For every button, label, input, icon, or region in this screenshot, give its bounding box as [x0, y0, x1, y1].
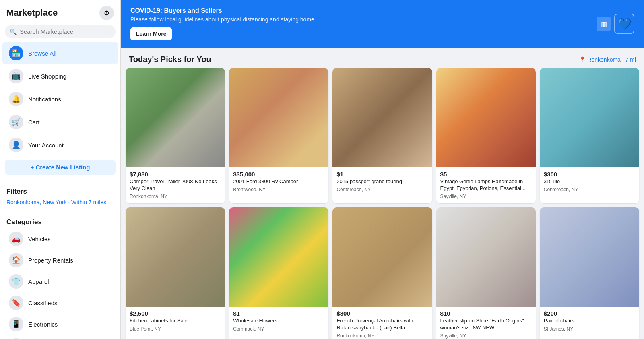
- product-name-p3: 2015 passport grand touring: [336, 178, 428, 185]
- category-item-electronics[interactable]: 📱 Electronics: [2, 314, 118, 335]
- product-card-p5[interactable]: $300 3D Tile Centereach, NY: [540, 68, 639, 203]
- product-name-p8: French Provençal Armchairs with Ratan sw…: [336, 318, 428, 331]
- product-price-p8: $800: [336, 310, 428, 317]
- product-price-p6: $2,500: [130, 310, 221, 317]
- product-price-p9: $10: [440, 310, 532, 317]
- picks-header: Today's Picks for You 📍 Ronkonkoma · 7 m…: [121, 48, 644, 68]
- product-price-p10: $200: [544, 310, 635, 317]
- product-image-p2: [229, 68, 328, 167]
- product-location-p1: Ronkonkoma, NY: [130, 194, 221, 199]
- product-location-p10: St James, NY: [544, 326, 635, 332]
- product-location-p2: Brentwood, NY: [233, 187, 324, 192]
- product-location-p4: Sayville, NY: [440, 194, 532, 199]
- create-listing-button[interactable]: + Create New Listing: [5, 160, 116, 175]
- cat-icon-apparel: 👕: [9, 274, 23, 289]
- cat-label-apparel: Apparel: [28, 278, 49, 285]
- product-info-p6: $2,500 Kitchen cabinets for Sale Blue Po…: [126, 307, 225, 336]
- covid-description: Please follow local guidelines about phy…: [130, 16, 316, 23]
- search-input[interactable]: [20, 28, 111, 35]
- cat-icon-vehicles: 🚗: [9, 232, 23, 246]
- product-image-p9: [436, 207, 536, 307]
- product-image-p6: [126, 207, 225, 307]
- product-location-p5: Centereach, NY: [544, 187, 635, 192]
- sidebar-item-notifications[interactable]: 🔔 Notifications: [2, 88, 118, 110]
- sidebar-title: Marketplace: [6, 8, 58, 18]
- category-item-classifieds[interactable]: 🔖 Classifieds: [2, 292, 118, 313]
- categories-list: 🚗 Vehicles 🏠 Property Rentals 👕 Apparel …: [0, 228, 120, 339]
- product-image-p5: [540, 68, 639, 167]
- category-item-entertainment[interactable]: 👥 Entertainment: [2, 335, 118, 339]
- product-name-p4: Vintage Genie Lamps Handmade in Egypt. E…: [440, 178, 532, 192]
- covid-title: COVID-19: Buyers and Sellers: [130, 7, 316, 14]
- product-name-p10: Pair of chairs: [544, 318, 635, 325]
- sidebar-header: Marketplace ⚙: [0, 0, 120, 23]
- nav-label-your-account: Your Account: [28, 142, 64, 149]
- product-info-p5: $300 3D Tile Centereach, NY: [540, 167, 639, 196]
- cat-label-classifieds: Classifieds: [28, 300, 58, 306]
- category-item-property-rentals[interactable]: 🏠 Property Rentals: [2, 250, 118, 271]
- product-location-p8: Ronkonkoma, NY: [336, 333, 428, 339]
- product-info-p9: $10 Leather slip on Shoe "Earth Origins"…: [436, 307, 536, 339]
- product-card-p9[interactable]: $10 Leather slip on Shoe "Earth Origins"…: [436, 207, 536, 339]
- cat-label-electronics: Electronics: [28, 321, 58, 328]
- category-item-apparel[interactable]: 👕 Apparel: [2, 271, 118, 292]
- product-card-p6[interactable]: $2,500 Kitchen cabinets for Sale Blue Po…: [126, 207, 225, 339]
- cat-label-property-rentals: Property Rentals: [28, 257, 73, 264]
- covid-text: COVID-19: Buyers and Sellers Please foll…: [130, 7, 316, 40]
- cat-icon-property-rentals: 🏠: [9, 253, 23, 267]
- product-card-p1[interactable]: $7,880 Camper Travel Trailer 2008-No Lea…: [126, 68, 225, 203]
- product-card-p3[interactable]: $1 2015 passport grand touring Centereac…: [332, 68, 432, 203]
- cat-icon-electronics: 📱: [9, 317, 23, 331]
- product-grid: $7,880 Camper Travel Trailer 2008-No Lea…: [121, 68, 644, 339]
- gear-icon: ⚙: [104, 9, 109, 17]
- product-location-p9: Sayville, NY: [440, 333, 532, 339]
- sidebar-item-your-account[interactable]: 👤 Your Account: [2, 134, 118, 156]
- picks-title: Today's Picks for You: [129, 55, 211, 64]
- product-image-p7: [229, 207, 328, 307]
- product-name-p5: 3D Tile: [544, 178, 635, 185]
- location-pin-icon: 📍: [579, 56, 586, 63]
- product-price-p5: $300: [544, 171, 635, 178]
- cat-icon-classifieds: 🔖: [9, 296, 23, 310]
- location-label: 📍 Ronkonkoma · 7 mi: [579, 56, 636, 63]
- category-item-vehicles[interactable]: 🚗 Vehicles: [2, 228, 118, 249]
- product-info-p4: $5 Vintage Genie Lamps Handmade in Egypt…: [436, 167, 536, 203]
- product-card-p2[interactable]: $35,000 2001 Ford 3800 Rv Camper Brentwo…: [229, 68, 328, 203]
- nav-icon-your-account: 👤: [9, 138, 23, 152]
- product-card-p7[interactable]: $1 Wholesale Flowers Commack, NY: [229, 207, 328, 339]
- product-image-p4: [436, 68, 536, 167]
- product-card-p4[interactable]: $5 Vintage Genie Lamps Handmade in Egypt…: [436, 68, 536, 203]
- product-card-p8[interactable]: $800 French Provençal Armchairs with Rat…: [332, 207, 432, 339]
- learn-more-button[interactable]: Learn More: [130, 27, 172, 40]
- product-info-p8: $800 French Provençal Armchairs with Rat…: [332, 307, 432, 339]
- product-info-p3: $1 2015 passport grand touring Centereac…: [332, 167, 432, 196]
- filters-title: Filters: [0, 184, 120, 197]
- sidebar-item-live-shopping[interactable]: 📺 Live Shopping: [2, 65, 118, 87]
- product-image-p8: [332, 207, 432, 307]
- product-name-p2: 2001 Ford 3800 Rv Camper: [233, 178, 324, 185]
- product-name-p1: Camper Travel Trailer 2008-No Leaks-Very…: [130, 178, 221, 192]
- covid-icon-1: ▦: [597, 17, 611, 31]
- sidebar-item-browse-all[interactable]: 🏪 Browse All: [2, 42, 118, 64]
- cat-label-vehicles: Vehicles: [28, 236, 51, 242]
- sidebar: Marketplace ⚙ 🔍 🏪 Browse All 📺 Live Shop…: [0, 0, 121, 339]
- settings-button[interactable]: ⚙: [99, 6, 114, 20]
- nav-label-cart: Cart: [28, 119, 39, 126]
- nav-icon-browse-all: 🏪: [9, 46, 23, 60]
- search-box: 🔍: [5, 25, 116, 38]
- nav-label-browse-all: Browse All: [28, 50, 56, 57]
- product-price-p3: $1: [336, 171, 428, 178]
- nav-icon-live-shopping: 📺: [9, 69, 23, 83]
- search-icon: 🔍: [10, 29, 17, 35]
- product-card-p10[interactable]: $200 Pair of chairs St James, NY: [540, 207, 639, 339]
- product-name-p7: Wholesale Flowers: [233, 318, 324, 325]
- main-content: COVID-19: Buyers and Sellers Please foll…: [121, 0, 644, 339]
- covid-right-icons: ▦ 💙: [597, 14, 634, 34]
- categories-title: Categories: [0, 215, 120, 228]
- product-image-p3: [332, 68, 432, 167]
- filter-location[interactable]: Ronkonkoma, New York · Within 7 miles: [0, 197, 120, 209]
- nav-label-live-shopping: Live Shopping: [28, 73, 66, 80]
- sidebar-item-cart[interactable]: 🛒 Cart: [2, 111, 118, 133]
- product-location-p6: Blue Point, NY: [130, 326, 221, 332]
- product-image-p1: [126, 68, 225, 167]
